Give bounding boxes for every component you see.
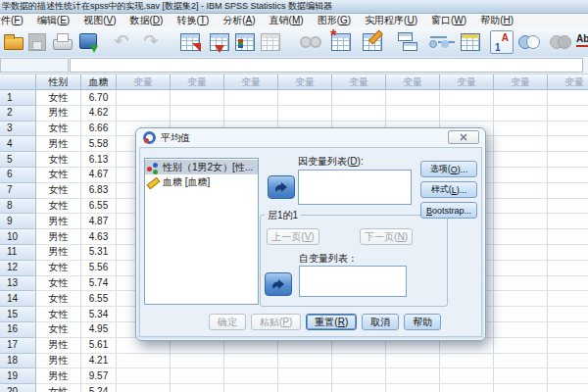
sex-cell[interactable]: 女性 [36,183,81,199]
empty-cell[interactable] [494,168,548,183]
empty-cell[interactable] [494,261,548,276]
recall-dialogs-icon[interactable] [76,30,100,54]
glucose-cell[interactable]: 6.55 [81,291,117,307]
glucose-cell[interactable]: 6.83 [81,183,117,199]
glucose-cell[interactable]: 6.66 [81,122,117,137]
menu-item[interactable]: 图形(G) [311,14,358,27]
row-number-cell[interactable]: 18 [0,354,36,369]
window-titlebar[interactable]: 学数据的描述性统计在spss中的实现.sav [数据集2] - IBM SPSS… [0,0,588,14]
empty-cell[interactable] [494,183,548,199]
empty-cell[interactable] [117,106,171,122]
glucose-cell[interactable]: 5.31 [81,245,117,261]
empty-cell[interactable] [494,276,548,292]
cancel-button[interactable]: 取消 [362,314,399,330]
cell-editor-input[interactable] [70,58,583,73]
ok-button[interactable]: 确定 [209,314,246,330]
empty-cell[interactable] [548,276,588,292]
glucose-cell[interactable]: 5.61 [81,338,117,354]
empty-cell[interactable] [386,384,440,392]
open-file-icon[interactable] [2,30,25,54]
empty-cell[interactable] [494,384,548,392]
paste-button[interactable]: 粘贴(P) [251,314,301,330]
empty-cell[interactable] [548,122,588,137]
menu-item[interactable]: 转换(T) [170,14,216,27]
glucose-cell[interactable]: 4.95 [81,322,117,338]
glucose-cell[interactable]: 9.57 [81,368,117,384]
empty-cell[interactable] [548,229,588,245]
glucose-cell[interactable]: 5.56 [81,261,117,276]
variable-item[interactable]: 性别（1男2女）[性... [145,160,258,174]
glucose-cell[interactable]: 4.63 [81,229,117,245]
row-number-cell[interactable]: 14 [0,291,36,307]
empty-cell[interactable] [548,106,588,122]
print-icon[interactable] [51,30,74,54]
empty-cell[interactable] [548,368,588,384]
empty-cell[interactable] [224,106,278,122]
row-number-cell[interactable]: 13 [0,276,36,292]
glucose-cell[interactable]: 5.58 [81,136,117,152]
dependent-list-box[interactable] [298,170,412,205]
empty-cell[interactable] [548,183,588,199]
sex-cell[interactable]: 女性 [36,307,81,322]
row-number-cell[interactable]: 4 [0,136,36,152]
row-number-cell[interactable]: 11 [0,245,36,261]
empty-cell[interactable] [171,90,224,106]
sex-cell[interactable]: 女性 [36,152,81,168]
empty-cell[interactable] [548,307,588,322]
empty-cell[interactable] [494,199,548,215]
previous-layer-button[interactable]: 上一页(V) [267,228,319,245]
undo-icon[interactable] [110,30,133,54]
descriptives-icon[interactable] [259,30,282,54]
glucose-cell[interactable]: 4.21 [81,354,117,369]
glucose-cell[interactable]: 5.34 [81,307,117,322]
row-number-cell[interactable]: 17 [0,338,36,354]
empty-cell[interactable] [332,90,386,106]
row-number-cell[interactable]: 7 [0,183,36,199]
column-header-empty[interactable]: 变量 [171,74,224,90]
independent-list-box[interactable] [299,266,407,297]
empty-cell[interactable] [494,122,548,137]
empty-cell[interactable] [494,136,548,152]
sex-cell[interactable]: 女性 [36,261,81,276]
move-independent-button[interactable] [265,272,292,296]
empty-cell[interactable] [171,384,224,392]
empty-cell[interactable] [548,214,588,229]
glucose-cell[interactable]: 6.13 [81,152,117,168]
empty-cell[interactable] [117,90,171,106]
save-icon[interactable] [25,30,49,54]
bootstrap-button[interactable]: Bootstrap... [420,202,477,219]
column-header-empty[interactable]: 变量 [386,74,440,90]
menu-item[interactable]: 文件(F) [0,14,30,27]
empty-cell[interactable] [278,354,332,369]
glucose-cell[interactable]: 4.87 [81,214,117,229]
value-labels-icon[interactable] [490,30,514,54]
row-number-cell[interactable]: 10 [0,229,36,245]
empty-cell[interactable] [440,90,494,106]
empty-cell[interactable] [548,322,588,338]
column-header-empty[interactable]: 变量 [440,74,494,90]
row-number-cell[interactable]: 6 [0,168,36,183]
row-number-cell[interactable]: 15 [0,307,36,322]
empty-cell[interactable] [332,354,386,369]
glucose-cell[interactable]: 6.70 [81,90,117,106]
glucose-cell[interactable]: 6.55 [81,199,117,215]
glucose-cell[interactable]: 4.67 [81,168,117,183]
row-number-cell[interactable]: 16 [0,322,36,338]
weight-cases-icon[interactable] [427,30,451,54]
next-layer-button[interactable]: 下一页(N) [360,228,413,245]
reset-button[interactable]: 重置(R) [306,314,357,330]
sex-cell[interactable]: 男性 [36,338,81,354]
empty-cell[interactable] [494,322,548,338]
find-icon[interactable] [298,30,321,54]
insert-cases-icon[interactable] [329,30,353,54]
empty-cell[interactable] [494,229,548,245]
empty-cell[interactable] [332,384,386,392]
sex-cell[interactable]: 女性 [36,199,81,215]
empty-cell[interactable] [440,106,494,122]
cell-reference-box[interactable] [0,58,69,73]
column-header-empty[interactable]: 变量 [224,74,278,90]
help-button[interactable]: 帮助 [404,314,441,330]
row-number-cell[interactable]: 20 [0,384,36,392]
glucose-cell[interactable]: 5.74 [81,276,117,292]
column-header-sex[interactable]: 性别 [36,74,81,90]
